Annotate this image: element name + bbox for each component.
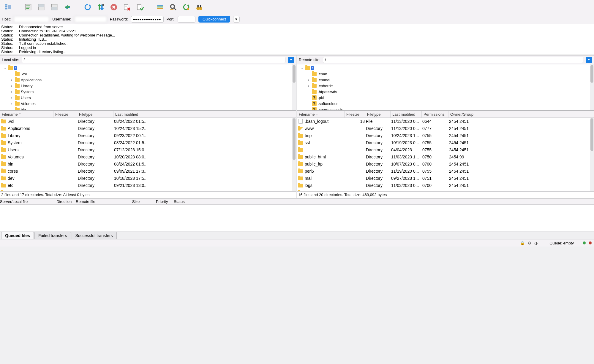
- binoculars-icon[interactable]: [194, 2, 204, 12]
- tree-twisty[interactable]: ›: [307, 84, 311, 88]
- disconnect-icon[interactable]: [122, 2, 132, 12]
- remote-file-list[interactable]: .bash_logout18File11/13/2020 0...0644245…: [297, 118, 594, 191]
- file-row[interactable]: binDirectory08/24/2022 01:5..: [0, 160, 296, 168]
- compare-icon[interactable]: [181, 2, 191, 12]
- filter-icon[interactable]: [155, 2, 165, 12]
- host-input[interactable]: [14, 16, 49, 23]
- file-row[interactable]: public_htmlDirectory11/03/2023 1...07502…: [297, 153, 594, 160]
- remote-path-input[interactable]: /: [323, 57, 583, 63]
- site-manager-icon[interactable]: [3, 2, 13, 12]
- scrollbar[interactable]: [590, 64, 594, 110]
- help-icon[interactable]: ◑: [534, 241, 538, 245]
- toggle-tree-icon[interactable]: [36, 2, 46, 12]
- column-header[interactable]: Owner/Group: [448, 111, 478, 117]
- column-header[interactable]: Status: [174, 199, 221, 204]
- quickconnect-history-dropdown[interactable]: ▾: [233, 16, 240, 23]
- column-header[interactable]: Priority: [156, 199, 174, 204]
- file-row[interactable]: ApplicationsDirectory10/24/2023 15:2...: [0, 125, 296, 132]
- column-header[interactable]: Filesize: [53, 111, 77, 117]
- settings-icon[interactable]: ⚙: [528, 241, 531, 245]
- file-row[interactable]: tmpDirectory10/24/2023 1...07552454 2451: [297, 132, 594, 139]
- tree-node[interactable]: .cpan: [297, 71, 594, 77]
- tree-node[interactable]: ›Library: [0, 83, 296, 89]
- tree-twisty[interactable]: ›: [10, 102, 14, 105]
- tree-node[interactable]: ›System: [0, 89, 296, 95]
- remote-tree[interactable]: ⌄/.cpan›.cpanel›.cphorde.htpasswds?.pki?…: [297, 64, 594, 111]
- tree-node[interactable]: ›Applications: [0, 77, 296, 83]
- file-row[interactable]: sslDirectory10/19/2023 0...07552454 2451: [297, 139, 594, 146]
- password-input[interactable]: [131, 16, 164, 23]
- tree-node[interactable]: bin: [0, 107, 296, 111]
- tree-twisty[interactable]: ›: [10, 84, 14, 88]
- tree-node[interactable]: ⌄/: [297, 65, 594, 71]
- tree-twisty[interactable]: ›: [307, 78, 311, 82]
- column-header[interactable]: Last modified: [391, 111, 422, 117]
- column-header[interactable]: Server/Local file: [0, 199, 56, 204]
- search-icon[interactable]: [168, 2, 178, 12]
- lock-icon[interactable]: 🔒: [520, 241, 525, 245]
- remote-path-dropdown[interactable]: ▾: [586, 57, 592, 63]
- file-row[interactable]: homeDirectory10/18/2023 17:5...: [0, 189, 296, 191]
- port-input[interactable]: [178, 16, 195, 23]
- refresh-icon[interactable]: [83, 2, 93, 12]
- file-row[interactable]: LibraryDirectory09/23/2022 00:1...: [0, 132, 296, 139]
- column-header[interactable]: Filetype: [77, 111, 113, 117]
- scrollbar[interactable]: [590, 118, 594, 191]
- file-row[interactable]: mailDirectory09/27/2023 1...07512454 245…: [297, 175, 594, 182]
- file-row[interactable]: devDirectory10/18/2023 17:5...: [0, 175, 296, 182]
- tree-twisty[interactable]: ⌄: [300, 66, 304, 70]
- file-row[interactable]: .volDirectory08/24/2022 01:5..: [0, 118, 296, 125]
- file-row[interactable]: wwwDirectory11/13/2020 0...07772454 2451: [297, 125, 594, 132]
- tree-twisty[interactable]: ›: [10, 90, 14, 93]
- local-tree[interactable]: ⌄/.vol›Applications›Library›System›Users…: [0, 64, 296, 111]
- tree-node[interactable]: ?.softaculous: [297, 101, 594, 107]
- process-queue-icon[interactable]: [96, 2, 106, 12]
- tree-node[interactable]: .vol: [0, 71, 296, 77]
- username-input[interactable]: [74, 16, 107, 23]
- scrollbar[interactable]: [292, 64, 296, 110]
- toggle-queue-icon[interactable]: [49, 2, 59, 12]
- file-row[interactable]: logsDirectory11/03/2023 0...07002454 245…: [297, 182, 594, 189]
- tree-node[interactable]: ⌄/: [0, 65, 296, 71]
- tree-node[interactable]: ›.cpanel: [297, 77, 594, 83]
- toggle-log-icon[interactable]: [23, 2, 33, 12]
- file-row[interactable]: UsersDirectory07/12/2023 15:0...: [0, 146, 296, 153]
- cancel-icon[interactable]: [109, 2, 119, 12]
- queue-tab[interactable]: Queued files: [1, 232, 34, 239]
- tree-node[interactable]: .htpasswds: [297, 89, 594, 95]
- status-log[interactable]: Status:Disconnected from serverStatus:Co…: [0, 24, 594, 55]
- column-header[interactable]: Last modified: [113, 111, 155, 117]
- file-row[interactable]: perl5Directory11/19/2020 0...07552454 24…: [297, 168, 594, 175]
- queue-tab[interactable]: Successful transfers: [72, 232, 117, 239]
- local-path-input[interactable]: /: [22, 57, 285, 63]
- file-row[interactable]: Directory04/04/2023 ...07552454 2451: [297, 146, 594, 153]
- local-file-list[interactable]: .volDirectory08/24/2022 01:5..Applicatio…: [0, 118, 296, 191]
- tree-node[interactable]: ›.cphorde: [297, 83, 594, 89]
- file-row[interactable]: coresDirectory09/09/2021 17:3...: [0, 168, 296, 175]
- file-row[interactable]: etcDirectory09/21/2023 13:0...: [0, 182, 296, 189]
- tree-node[interactable]: ?.pki: [297, 95, 594, 101]
- file-row[interactable]: public_ftpDirectory10/07/2023 0...070024…: [297, 160, 594, 168]
- tree-node[interactable]: ›Volumes: [0, 101, 296, 107]
- tree-node[interactable]: ›Users: [0, 95, 296, 101]
- column-header[interactable]: Filesize: [345, 111, 365, 117]
- column-header[interactable]: Filename⌃: [0, 111, 53, 117]
- scrollbar[interactable]: [292, 118, 296, 191]
- file-row[interactable]: VolumesDirectory10/20/2023 08:0...: [0, 153, 296, 160]
- tree-node[interactable]: ?.spamassassin: [297, 107, 594, 111]
- tree-twisty[interactable]: ›: [10, 96, 14, 99]
- column-header[interactable]: Filename⌄: [297, 111, 345, 117]
- tree-twisty[interactable]: ›: [10, 78, 14, 82]
- file-row[interactable]: etcDirectory09/21/2023 1...07502454 12: [297, 189, 594, 191]
- tree-twisty[interactable]: ⌄: [3, 66, 7, 70]
- column-header[interactable]: Permissions: [422, 111, 448, 117]
- quickconnect-button[interactable]: Quickconnect: [198, 16, 230, 23]
- column-header[interactable]: Filetype: [365, 111, 391, 117]
- file-row[interactable]: SystemDirectory08/24/2022 01:5..: [0, 139, 296, 146]
- local-path-dropdown[interactable]: ▾: [288, 57, 294, 63]
- column-header[interactable]: Direction: [56, 199, 76, 204]
- column-header[interactable]: Remote file: [76, 199, 132, 204]
- sync-browse-icon[interactable]: [62, 2, 72, 12]
- column-header[interactable]: Size: [132, 199, 156, 204]
- reconnect-icon[interactable]: [135, 2, 145, 12]
